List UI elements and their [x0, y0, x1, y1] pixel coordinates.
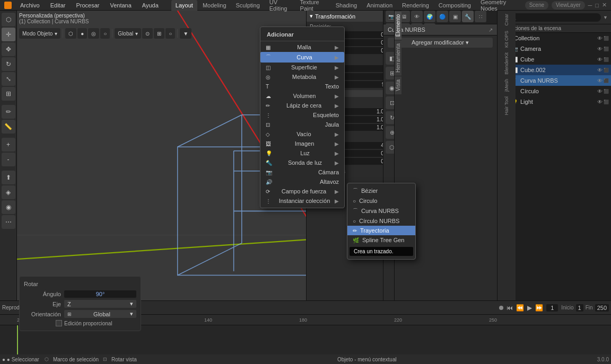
eye-icon-curva[interactable]: 👁: [597, 78, 603, 84]
scene-selector[interactable]: Scene: [525, 1, 548, 10]
pivot-btn[interactable]: ⊙: [142, 28, 153, 39]
eye-icon-circulo[interactable]: 👁: [597, 88, 603, 94]
viewlayer-selector[interactable]: ViewLayer: [552, 1, 585, 10]
eye-icon-cube002[interactable]: 👁: [597, 67, 603, 73]
prop-tab-object[interactable]: ▣: [449, 11, 461, 22]
render-icon-collection[interactable]: ⬛: [604, 36, 609, 41]
render-icon-circulo[interactable]: ⬛: [604, 89, 609, 94]
menu-item-esqueleto[interactable]: ⋮ Esqueleto: [260, 110, 344, 120]
tab-animation[interactable]: Animation: [362, 0, 397, 11]
window-maximize[interactable]: □: [595, 2, 599, 8]
tool-subtract[interactable]: -: [2, 153, 15, 166]
sidebar-tab-blenderkit[interactable]: BlenderKit: [503, 50, 510, 77]
submenu-bezier[interactable]: ⌒ Bézier: [347, 185, 415, 196]
tab-geometry-nodes[interactable]: Geometry Nodes: [476, 0, 519, 11]
tool-transform[interactable]: ⊞: [2, 87, 15, 101]
tool-move[interactable]: ✥: [2, 42, 15, 56]
menu-item-jaula[interactable]: ⊡ Jaula: [260, 120, 344, 129]
render-icon-light[interactable]: ⬛: [604, 100, 609, 104]
menu-item-campo[interactable]: ⟳ Campo de fuerza ▶: [260, 187, 344, 196]
tool-cursor[interactable]: ✛: [2, 28, 15, 41]
object-browse-btn[interactable]: ↗: [488, 27, 493, 33]
prop-tab-particles[interactable]: ∷: [475, 11, 486, 22]
submenu-trayectoria[interactable]: ✏ Trayectoria: [347, 226, 415, 235]
menu-editar[interactable]: Editar: [48, 2, 68, 8]
tool-select[interactable]: ⬡: [2, 13, 15, 26]
outliner-search-box[interactable]: 🔍: [507, 13, 601, 22]
proportional-btn[interactable]: ○: [165, 28, 175, 39]
next-frame-btn[interactable]: ⏩: [535, 304, 543, 312]
menu-item-malla[interactable]: ▦ Malla ▶: [260, 42, 344, 52]
menu-item-texto[interactable]: T Texto: [260, 82, 344, 91]
menu-item-instanciar[interactable]: ⋮ Instanciar colección ▶: [260, 196, 344, 206]
skip-start-btn[interactable]: ⏮: [507, 304, 513, 312]
menu-procesar[interactable]: Procesar: [74, 2, 101, 8]
prop-tab-modifier[interactable]: 🔧: [462, 11, 474, 22]
proportional-edit-checkbox[interactable]: [56, 320, 62, 326]
menu-item-volumen[interactable]: ☁ Volumen ▶: [260, 91, 344, 101]
eye-icon-camera[interactable]: 👁: [597, 46, 603, 52]
window-close[interactable]: ✕: [602, 2, 607, 8]
menu-item-curva[interactable]: ⌒ Curva ▶: [260, 52, 344, 63]
snap-btn[interactable]: ⊞: [154, 28, 164, 39]
viewport-shading-render[interactable]: ○: [100, 28, 110, 39]
tab-compositing[interactable]: Compositing: [434, 0, 475, 11]
sidebar-tab-kit-ops[interactable]: Kit OPS: [503, 29, 510, 50]
render-icon-camera[interactable]: ⬛: [604, 47, 609, 51]
render-icon-cube[interactable]: ⬛: [604, 57, 609, 62]
sidebar-tab-hair-tool[interactable]: Hair Tool: [503, 94, 510, 117]
tool-bevel[interactable]: ◉: [2, 200, 15, 214]
window-minimize[interactable]: ─: [588, 2, 592, 8]
tool-scale[interactable]: ⤡: [2, 72, 15, 86]
menu-item-metabola[interactable]: ◎ Metabola ▶: [260, 72, 344, 82]
render-icon-cube002[interactable]: ⬛: [604, 68, 609, 73]
tool-extrude[interactable]: ⬆: [2, 171, 15, 184]
mode-selector[interactable]: Modo Objeto ▾: [19, 28, 60, 39]
submenu-spline-tree[interactable]: 🌿 Spline Tree Gen: [347, 235, 415, 245]
viewport-shading-solid[interactable]: ●: [77, 28, 87, 39]
submenu-circulo[interactable]: ○ Circulo: [347, 196, 415, 206]
tool-add[interactable]: +: [2, 138, 15, 152]
tab-modeling[interactable]: Modeling: [198, 0, 231, 11]
record-btn[interactable]: [499, 306, 503, 310]
outliner-filter-btn[interactable]: ▼: [603, 15, 608, 20]
tool-measure[interactable]: 📏: [2, 120, 15, 134]
play-btn[interactable]: ▶: [527, 304, 532, 312]
menu-item-lapiz[interactable]: ✏ Lápiz de cera ▶: [260, 101, 344, 110]
menu-item-imagen[interactable]: 🖼 Imagen ▶: [260, 139, 344, 148]
end-frame[interactable]: 250: [595, 304, 609, 312]
prev-frame-btn[interactable]: ⏪: [516, 304, 524, 312]
render-icon-curva[interactable]: ⬛: [604, 78, 609, 83]
tab-uv-editing[interactable]: UV Editing: [265, 0, 295, 11]
menu-item-camara[interactable]: 📷 Cámara: [260, 167, 344, 177]
viewport-shading-wire[interactable]: ⬡: [65, 28, 76, 39]
menu-item-luz[interactable]: 💡 Luz ▶: [260, 148, 344, 158]
submenu-curva-nurbs[interactable]: ⌒ Curva NURBS: [347, 206, 415, 216]
current-frame-display[interactable]: 1: [546, 304, 558, 312]
prop-tab-scene[interactable]: 🌍: [424, 11, 435, 22]
angle-value[interactable]: 90°: [64, 290, 136, 298]
menu-archivo[interactable]: Archivo: [18, 2, 42, 8]
add-modifier-btn[interactable]: Agregar modificador ▾: [388, 38, 493, 48]
menu-item-altavoz[interactable]: 🔊 Altavoz: [260, 177, 344, 187]
tool-rotate[interactable]: ↻: [2, 57, 15, 71]
tool-inset[interactable]: ◈: [2, 185, 15, 199]
menu-item-superficie[interactable]: ◫ Superficie ▶: [260, 63, 344, 72]
tab-sculpting[interactable]: Sculpting: [232, 0, 264, 11]
prop-tab-world[interactable]: 🔵: [437, 11, 448, 22]
prop-tab-view[interactable]: 👁: [411, 11, 423, 22]
filter-btn[interactable]: ▼: [180, 28, 191, 39]
side-tab-elemento[interactable]: Elemento: [395, 11, 401, 40]
tool-annotate[interactable]: ✏: [2, 105, 15, 119]
viewport-shading-material[interactable]: ◎: [88, 28, 99, 39]
tab-shading[interactable]: Shading: [331, 0, 361, 11]
tool-loop-cut[interactable]: ⋯: [2, 215, 15, 229]
eye-icon-light[interactable]: 👁: [597, 99, 603, 105]
menu-ayuda[interactable]: Ayuda: [140, 2, 161, 8]
menu-item-sonda[interactable]: 🔦 Sonda de luz ▶: [260, 158, 344, 167]
menu-item-vacio[interactable]: ◇ Vacío ▶: [260, 129, 344, 139]
orientation-dropdown[interactable]: ⊞ Global ▾: [64, 310, 136, 318]
tab-rendering[interactable]: Rendering: [398, 0, 433, 11]
submenu-circulo-nurbs[interactable]: ○ Círculo NURBS: [347, 216, 415, 226]
sidebar-tab-create[interactable]: Crear: [503, 12, 510, 28]
